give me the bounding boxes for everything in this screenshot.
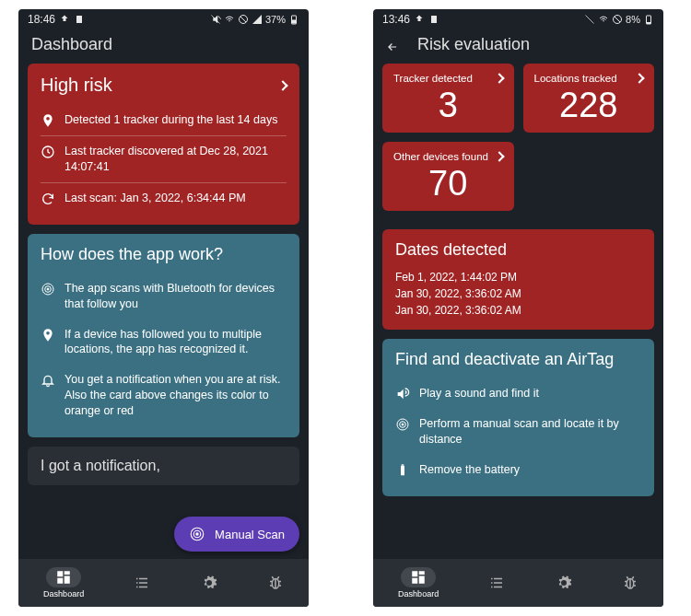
status-time: 18:46 [28, 13, 55, 26]
nav-list[interactable] [126, 571, 158, 595]
stat-trackers[interactable]: Tracker detected 3 [382, 64, 514, 133]
find-line3: Remove the battery [419, 462, 520, 478]
risk-line2: Last tracker discovered at Dec 28, 2021 … [64, 144, 287, 175]
manual-scan-fab[interactable]: Manual Scan [174, 517, 299, 552]
svg-point-10 [196, 533, 198, 535]
gear-icon [556, 575, 572, 591]
back-button[interactable] [386, 39, 399, 52]
svg-rect-11 [57, 571, 63, 576]
svg-rect-3 [292, 20, 296, 23]
nav-dashboard[interactable]: Dashboard [391, 564, 446, 602]
pin-icon [41, 328, 55, 343]
list-icon [134, 575, 150, 591]
svg-rect-39 [491, 587, 493, 588]
status-battery: 37% [265, 14, 286, 25]
card-icon [428, 14, 439, 25]
dashboard-icon [410, 569, 427, 586]
chevron-right-icon [494, 151, 504, 161]
svg-point-28 [402, 424, 404, 425]
card-icon [74, 14, 85, 25]
gear-icon [201, 575, 217, 591]
svg-rect-15 [136, 578, 138, 580]
svg-rect-13 [64, 576, 70, 584]
signal-icon [252, 14, 263, 25]
svg-rect-25 [647, 23, 650, 24]
svg-rect-38 [494, 582, 502, 584]
dashboard-icon [55, 569, 72, 586]
svg-rect-16 [139, 578, 147, 580]
wifi-icon [598, 14, 609, 25]
upload-icon [414, 14, 425, 25]
dates-card: Dates detected Feb 1, 2022, 1:44:02 PM J… [382, 229, 654, 330]
chevron-right-icon [634, 73, 644, 83]
page-title: Dashboard [18, 29, 309, 64]
phone-dashboard: 18:46 37% Dashboard High risk Detected 1… [18, 9, 309, 607]
svg-rect-18 [139, 582, 147, 584]
svg-rect-19 [136, 587, 138, 588]
find-line1: Play a sound and find it [419, 386, 539, 401]
svg-rect-17 [136, 582, 138, 584]
nav-debug[interactable] [615, 571, 646, 595]
battery-icon [643, 14, 654, 25]
battery-icon [395, 463, 410, 478]
chevron-right-icon [277, 80, 287, 90]
header: Risk evaluation [373, 29, 663, 64]
svg-rect-37 [491, 582, 493, 584]
svg-rect-33 [419, 576, 425, 584]
clock-icon [41, 145, 55, 159]
wifi-icon [224, 14, 235, 25]
svg-rect-32 [419, 571, 425, 575]
card-title: How does the app work? [41, 245, 287, 264]
find-card: Find and deactivate an AirTag Play a sou… [382, 339, 654, 496]
how-line3: You get a notification when you are at r… [64, 372, 287, 419]
phone-risk-eval: 13:46 8% Risk evaluation Tracker detecte… [373, 9, 663, 607]
status-battery: 8% [626, 14, 640, 25]
notification-card[interactable]: I got a notification, [28, 447, 299, 485]
mute-icon [584, 14, 595, 25]
dates-list: Feb 1, 2022, 1:44:02 PM Jan 30, 2022, 3:… [395, 269, 641, 319]
battery-icon [288, 14, 299, 25]
svg-rect-12 [64, 571, 70, 575]
content-area: Tracker detected 3 Locations tracked 228… [373, 64, 663, 559]
radar-icon [189, 526, 205, 542]
high-risk-card[interactable]: High risk Detected 1 tracker during the … [28, 64, 299, 225]
svg-rect-31 [412, 571, 417, 576]
bug-icon [267, 575, 284, 591]
svg-rect-14 [57, 578, 63, 584]
svg-rect-29 [401, 465, 404, 475]
svg-rect-0 [76, 16, 82, 23]
nav-dashboard[interactable]: Dashboard [36, 564, 91, 602]
nav-settings[interactable] [548, 571, 580, 595]
find-line2: Perform a manual scan and locate it by d… [419, 416, 641, 447]
list-icon [488, 575, 505, 591]
svg-point-7 [47, 288, 49, 290]
risk-line1: Detected 1 tracker during the last 14 da… [64, 112, 277, 128]
dnd-icon [612, 14, 623, 25]
stat-locations[interactable]: Locations tracked 228 [523, 64, 655, 133]
chevron-right-icon [494, 73, 504, 83]
bottom-nav: Dashboard [373, 559, 663, 607]
bottom-nav: Dashboard [18, 559, 309, 607]
svg-rect-40 [494, 587, 502, 588]
stat-other[interactable]: Other devices found 70 [382, 142, 514, 211]
pin-icon [41, 113, 55, 128]
page-title: Risk evaluation [417, 35, 530, 54]
nav-list[interactable] [481, 571, 512, 595]
radar-icon [41, 282, 55, 296]
fab-label: Manual Scan [215, 528, 285, 541]
card-title: High risk [41, 75, 287, 96]
status-bar: 18:46 37% [18, 9, 309, 29]
bell-icon [41, 373, 55, 388]
nav-debug[interactable] [260, 571, 291, 595]
svg-rect-35 [491, 578, 493, 580]
how-line2: If a device has followed you to multiple… [64, 327, 287, 358]
svg-rect-36 [494, 578, 502, 580]
content-area: High risk Detected 1 tracker during the … [18, 64, 309, 559]
dnd-icon [238, 14, 249, 25]
mute-icon [210, 14, 221, 25]
upload-icon [59, 14, 70, 25]
svg-rect-20 [139, 587, 147, 588]
nav-settings[interactable] [193, 571, 225, 595]
svg-rect-34 [412, 578, 417, 584]
risk-line3: Last scan: Jan 3, 2022, 6:34:44 PM [64, 191, 246, 206]
